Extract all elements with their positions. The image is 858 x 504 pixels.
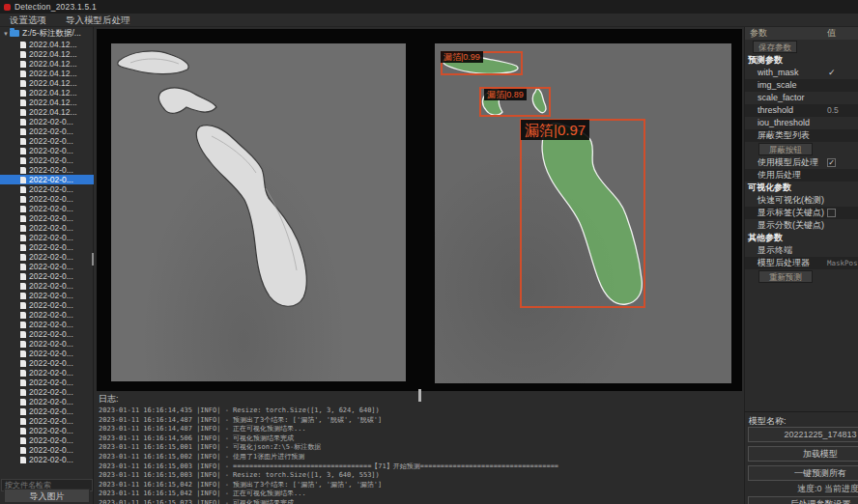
- file-icon: [20, 428, 26, 434]
- tree-item[interactable]: 2022-02-0...: [0, 339, 94, 349]
- tree-item-label: 2022-02-0...: [29, 300, 73, 310]
- param-row-mask-type-list[interactable]: 屏蔽类型列表: [745, 129, 858, 142]
- tree-item[interactable]: 2022-02-0...: [0, 426, 94, 435]
- repredict-button[interactable]: 重新预测: [758, 270, 813, 283]
- param-row-with-mask[interactable]: with_mask✓: [745, 67, 858, 79]
- file-tree[interactable]: ▼ Z:/5-标注数据/... 2022.04.12... 2022.04.12…: [0, 27, 94, 473]
- tree-item[interactable]: 2022.04.12...: [0, 40, 94, 49]
- file-tree-panel: ▼ Z:/5-标注数据/... 2022.04.12... 2022.04.12…: [0, 27, 94, 504]
- tree-item[interactable]: 2022-02-0...: [0, 320, 94, 329]
- tree-item[interactable]: 2022-02-0...: [0, 378, 94, 387]
- save-params-button[interactable]: 保存参数: [753, 41, 797, 53]
- file-icon: [20, 109, 26, 116]
- param-row-img-scale[interactable]: img_scale: [745, 79, 858, 92]
- splitter-handle[interactable]: [418, 389, 421, 402]
- tree-item[interactable]: 2022-02-0...: [0, 252, 94, 262]
- tree-item[interactable]: 2022-02-0...: [0, 213, 94, 223]
- tree-item-label: 2022-02-0...: [29, 435, 73, 445]
- tree-item[interactable]: 2022-02-0...: [0, 271, 94, 281]
- tree-item[interactable]: 2022-02-0...: [0, 194, 94, 204]
- tree-item-label: 2022-02-0...: [29, 329, 73, 339]
- tree-item[interactable]: 2022-02-0...: [0, 291, 94, 300]
- tree-item[interactable]: 2022.04.12...: [0, 78, 94, 88]
- tree-item[interactable]: 2022-02-0...: [0, 165, 94, 175]
- param-row-show-terminal[interactable]: 显示终端: [745, 244, 858, 257]
- checkbox-checked[interactable]: ✓: [827, 158, 836, 167]
- tree-item[interactable]: 2022-02-0...: [0, 146, 94, 155]
- log-line: 2023-01-11 16:16:14,487 |INFO| - 正在可视化预测…: [95, 425, 744, 434]
- tree-item[interactable]: 2022-02-0...: [0, 406, 94, 416]
- tree-item-label: 2022-02-0...: [29, 194, 73, 204]
- file-icon: [20, 408, 26, 415]
- tree-item[interactable]: 2022-02-0...: [0, 175, 94, 184]
- tree-item[interactable]: 2022-02-0...: [0, 281, 94, 291]
- original-image[interactable]: [111, 43, 406, 381]
- log-line: 2023-01-11 16:16:14,435 |INFO| - Resize:…: [95, 406, 744, 416]
- tree-item[interactable]: 2022.04.12...: [0, 107, 94, 117]
- log-line: 2023-01-11 16:16:15,042 |INFO| - 预测出了3个结…: [95, 481, 744, 490]
- tree-item-label: 2022-02-0...: [29, 416, 73, 426]
- mask-button[interactable]: 屏蔽按钮: [758, 143, 813, 155]
- load-model-button[interactable]: 加载模型: [748, 446, 858, 462]
- tree-item[interactable]: 2022-02-0...: [0, 416, 94, 426]
- tree-item[interactable]: 2022.04.12...: [0, 69, 94, 78]
- log-line: 2023-01-11 16:16:15,002 |INFO| - 使用了1张图片…: [95, 453, 744, 462]
- tree-item[interactable]: 2022.04.12...: [0, 49, 94, 59]
- tree-item[interactable]: 2022-02-0...: [0, 358, 94, 368]
- param-row-model-postprocessor[interactable]: 模型后处理器MaskPostPro: [745, 257, 858, 269]
- tree-item-label: 2022-02-0...: [29, 310, 73, 320]
- tree-item[interactable]: 2022-02-0...: [0, 117, 94, 126]
- tree-item[interactable]: 2022-02-0...: [0, 204, 94, 213]
- param-row-use-model-postprocess[interactable]: 使用模型后处理✓: [745, 156, 858, 169]
- param-row-threshold[interactable]: threshold0.5: [745, 104, 858, 117]
- tree-item[interactable]: 2022-02-0...: [0, 126, 94, 136]
- param-row-scale-factor[interactable]: scale_factor: [745, 92, 858, 104]
- tree-item[interactable]: 2022-02-0...: [0, 233, 94, 242]
- tree-item[interactable]: 2022-02-0...: [0, 329, 94, 339]
- predict-all-button[interactable]: 一键预测所有: [748, 465, 858, 481]
- tree-item[interactable]: 2022-02-0...: [0, 262, 94, 271]
- file-icon: [20, 196, 26, 203]
- menu-settings[interactable]: 设置选项: [0, 14, 56, 27]
- import-images-button[interactable]: 导入图片: [4, 489, 90, 503]
- menu-import-model-postprocess[interactable]: 导入模型后处理: [56, 14, 140, 27]
- param-row-show-labels[interactable]: 显示标签(关键点): [745, 207, 858, 219]
- tree-item[interactable]: 2022-02-0...: [0, 445, 94, 455]
- tree-item-label: 2022-02-0...: [29, 213, 73, 223]
- param-row-use-postprocess[interactable]: 使用后处理: [745, 169, 858, 182]
- tree-root-folder[interactable]: ▼ Z:/5-标注数据/...: [0, 27, 94, 40]
- prediction-image[interactable]: 漏箔|0.99 漏箔|0.89 漏箔|0.97: [435, 43, 731, 383]
- tree-item[interactable]: 2022-02-0...: [0, 349, 94, 358]
- threshold-value[interactable]: 0.5: [827, 104, 839, 117]
- model-name-field[interactable]: 20221225_174813: [748, 427, 858, 442]
- tree-item[interactable]: 2022-02-0...: [0, 455, 94, 464]
- file-icon: [20, 70, 26, 77]
- tree-item[interactable]: 2022-02-0...: [0, 387, 94, 397]
- tree-item[interactable]: 2022-02-0...: [0, 223, 94, 233]
- param-row-show-scores[interactable]: 显示分数(关键点): [745, 219, 858, 232]
- file-icon: [20, 293, 26, 299]
- folder-icon: [10, 30, 19, 37]
- postprocess-params-button[interactable]: 后处理参数设置: [748, 496, 858, 504]
- left-splitter-handle[interactable]: [92, 253, 94, 266]
- log-console[interactable]: 日志: 2023-01-11 16:16:14,435 |INFO| - Res…: [95, 391, 744, 504]
- tree-item[interactable]: 2022.04.12...: [0, 98, 94, 107]
- checkbox-empty[interactable]: [827, 209, 836, 217]
- tree-item[interactable]: 2022-02-0...: [0, 300, 94, 310]
- tree-item[interactable]: 2022-02-0...: [0, 136, 94, 146]
- file-icon: [20, 447, 26, 454]
- tree-item[interactable]: 2022-02-0...: [0, 435, 94, 445]
- tree-item[interactable]: 2022.04.12...: [0, 88, 94, 98]
- chevron-down-icon: ▼: [3, 31, 10, 37]
- param-row-fast-visualization[interactable]: 快速可视化(检测): [745, 194, 858, 207]
- tree-item[interactable]: 2022-02-0...: [0, 242, 94, 252]
- param-row-iou-threshold[interactable]: iou_threshold: [745, 117, 858, 129]
- tree-item[interactable]: 2022-02-0...: [0, 368, 94, 378]
- tree-item[interactable]: 2022.04.12...: [0, 59, 94, 69]
- tree-item[interactable]: 2022-02-0...: [0, 397, 94, 406]
- tree-item-label: 2022-02-0...: [29, 146, 73, 155]
- tree-item[interactable]: 2022-02-0...: [0, 155, 94, 165]
- file-icon: [20, 437, 26, 444]
- tree-item[interactable]: 2022-02-0...: [0, 310, 94, 320]
- tree-item[interactable]: 2022-02-0...: [0, 184, 94, 194]
